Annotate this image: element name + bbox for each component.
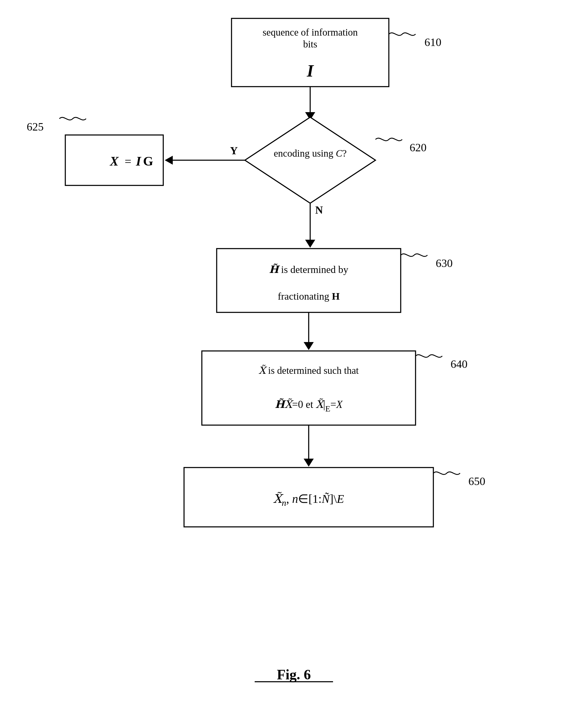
svg-text:bits: bits	[303, 43, 317, 54]
ref-610: 610	[413, 31, 429, 44]
svg-marker-8	[165, 153, 173, 162]
svg-text:G: G	[138, 150, 148, 164]
svg-text:H̃
       is determined by: H̃ is determined by	[261, 251, 344, 263]
svg-text:C?: C?	[304, 157, 316, 168]
ref-620: 620	[413, 117, 429, 130]
svg-text:=: =	[120, 151, 127, 164]
ref-640: 640	[454, 337, 471, 350]
svg-text:sequence of information: sequence of information	[261, 30, 359, 41]
svg-text:H̃X̃=0 et X̃|E=X: H̃X̃=0 et X̃|E=X	[268, 370, 338, 387]
svg-text:X: X	[109, 150, 119, 164]
ref-650: 650	[454, 456, 471, 468]
svg-text:fractionating H: fractionating H	[270, 266, 336, 278]
svg-marker-14	[306, 231, 315, 239]
svg-text:X̃n,  n∈[1:Ñ]\E: X̃n, n∈[1:Ñ]\E	[268, 482, 338, 499]
svg-text:X̃ is determined such that: X̃ is determined such that	[251, 352, 354, 364]
svg-text:encoding using: encoding using	[279, 145, 341, 156]
svg-text:I: I	[307, 57, 314, 73]
diagram-container: 610 sequence of information bits I 620 e…	[0, 0, 588, 728]
ref-630: 630	[454, 248, 471, 261]
figure-label: Fig. 6	[277, 664, 310, 679]
y-label: Y	[234, 140, 242, 152]
svg-marker-22	[298, 447, 307, 455]
n-label: N	[315, 198, 322, 210]
svg-marker-18	[298, 332, 307, 340]
ref-625: 625	[30, 114, 47, 127]
svg-marker-4	[306, 109, 315, 117]
